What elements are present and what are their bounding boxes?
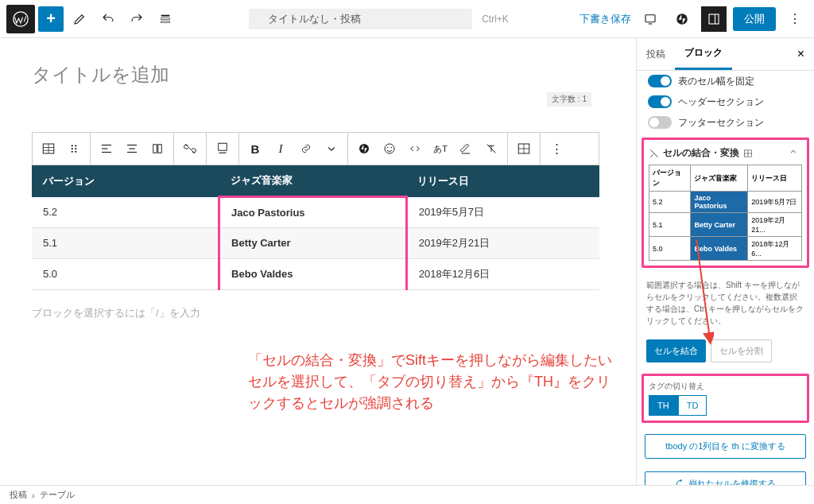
svg-point-29 — [385, 144, 394, 153]
post-title-input[interactable]: タイトルを追加 — [32, 62, 604, 87]
settings-sidebar: 投稿 ブロック × 表のセル幅を固定 ヘッダーセクション フッターセクション セ… — [636, 38, 814, 485]
document-title[interactable]: タイトルなし・投稿 — [249, 9, 472, 29]
toggle-fixed-width[interactable] — [648, 75, 672, 87]
merge-cells-button[interactable]: セルを結合 — [646, 339, 706, 362]
svg-point-31 — [391, 147, 393, 149]
more-options-icon[interactable]: ⋮ — [544, 134, 569, 163]
table-edit-icon[interactable] — [511, 134, 537, 163]
svg-rect-2 — [161, 17, 170, 19]
tab-block[interactable]: ブロック — [675, 38, 732, 70]
svg-point-16 — [72, 151, 73, 153]
convert-th-button[interactable]: tbody の1列目を th に変換する — [645, 434, 806, 459]
column-align-icon[interactable] — [145, 134, 170, 163]
shortcut-hint: Ctrl+K — [482, 14, 509, 25]
tab-post[interactable]: 投稿 — [637, 40, 675, 69]
tag-td-button[interactable]: TD — [678, 395, 707, 416]
svg-rect-4 — [645, 14, 655, 21]
repair-cells-button[interactable]: 崩れたセルを修復する — [645, 471, 806, 485]
table-header[interactable]: リリース日 — [406, 165, 599, 197]
tag-th-button[interactable]: TH — [649, 395, 678, 416]
jetpack-icon[interactable] — [669, 6, 695, 32]
svg-rect-24 — [153, 145, 157, 153]
table-icon — [742, 148, 754, 159]
block-appender[interactable]: ブロックを選択するには「/」を入力 — [32, 306, 604, 320]
help-text: 範囲選択する場合は、Shift キーを押しながらセルをクリックしてください。複数… — [638, 279, 812, 327]
table-row: 5.1 Betty Carter 2019年2月21日 — [32, 227, 599, 258]
save-draft-link[interactable]: 下書き保存 — [579, 12, 631, 26]
breadcrumb-item[interactable]: テーブル — [40, 489, 75, 501]
edit-mode-icon[interactable] — [67, 6, 92, 32]
block-toolbar: B I あT ⋮ — [32, 132, 599, 165]
tag-switch-panel: タグの切り替え TH TD — [642, 374, 809, 423]
undo-icon[interactable] — [95, 6, 121, 32]
italic-icon[interactable]: I — [268, 134, 293, 163]
highlight-icon[interactable] — [453, 134, 479, 163]
close-icon[interactable]: × — [788, 41, 814, 68]
wp-logo[interactable] — [6, 5, 35, 33]
annotation-text: 「セルの結合・変換」でSiftキーを押しながら編集したいセルを選択して、「タブの… — [248, 350, 614, 414]
more-menu-icon[interactable]: ⋮ — [782, 6, 808, 32]
chevron-up-icon[interactable] — [788, 146, 802, 160]
unlink-icon[interactable] — [177, 134, 203, 163]
svg-rect-25 — [158, 145, 162, 153]
caption-icon[interactable] — [210, 134, 235, 163]
svg-rect-26 — [219, 143, 227, 150]
svg-point-14 — [72, 148, 73, 149]
add-block-button[interactable]: + — [38, 6, 64, 32]
svg-rect-3 — [161, 21, 170, 22]
chevron-down-icon[interactable] — [319, 134, 344, 163]
breadcrumb: 投稿 › テーブル — [0, 485, 814, 504]
svg-point-13 — [75, 145, 76, 146]
clear-format-icon[interactable] — [479, 134, 504, 163]
drag-handle-icon[interactable] — [61, 134, 87, 163]
table-row: 5.2 Jaco Pastorius 2019年5月7日 — [32, 197, 599, 228]
settings-panel-toggle[interactable] — [701, 6, 727, 32]
table-block-icon[interactable] — [36, 134, 61, 163]
svg-point-5 — [676, 14, 688, 25]
main-table[interactable]: バージョン ジャズ音楽家 リリース日 5.2 Jaco Pastorius 20… — [32, 165, 599, 290]
table-header[interactable]: ジャズ音楽家 — [219, 165, 407, 197]
breadcrumb-item[interactable]: 投稿 — [10, 489, 27, 501]
align-center-icon[interactable] — [119, 134, 145, 163]
font-size-icon[interactable]: あT — [428, 134, 453, 163]
publish-button[interactable]: 公開 — [733, 7, 776, 31]
toggle-header-section[interactable] — [648, 95, 672, 108]
split-cells-button[interactable]: セルを分割 — [711, 339, 772, 362]
bold-icon[interactable]: B — [242, 134, 268, 163]
jetpack-tool-icon[interactable] — [351, 134, 377, 163]
svg-point-28 — [359, 144, 369, 153]
cell-merge-panel: セルの結合・変換 バージョン ジャズ音楽家 リリース日 5.2Jaco Past… — [642, 138, 809, 268]
redo-icon[interactable] — [124, 6, 149, 32]
preview-table[interactable]: バージョン ジャズ音楽家 リリース日 5.2Jaco Pastorius2019… — [649, 165, 802, 261]
align-left-icon[interactable] — [94, 134, 119, 163]
details-icon[interactable] — [153, 6, 178, 32]
svg-rect-1 — [161, 14, 170, 16]
toggle-footer-section[interactable] — [648, 116, 672, 129]
char-count-badge: 文字数 : 1 — [547, 92, 591, 107]
svg-point-15 — [75, 148, 76, 149]
emoji-icon[interactable] — [377, 134, 402, 163]
preview-icon[interactable] — [638, 6, 663, 32]
code-icon[interactable] — [402, 134, 428, 163]
link-icon[interactable] — [293, 134, 319, 163]
svg-rect-6 — [709, 14, 719, 24]
svg-point-17 — [75, 151, 76, 153]
svg-point-12 — [72, 145, 73, 146]
table-header[interactable]: バージョン — [32, 165, 219, 197]
table-row: 5.0 Bebo Valdes 2018年12月6日 — [32, 258, 599, 289]
svg-point-30 — [387, 147, 389, 149]
